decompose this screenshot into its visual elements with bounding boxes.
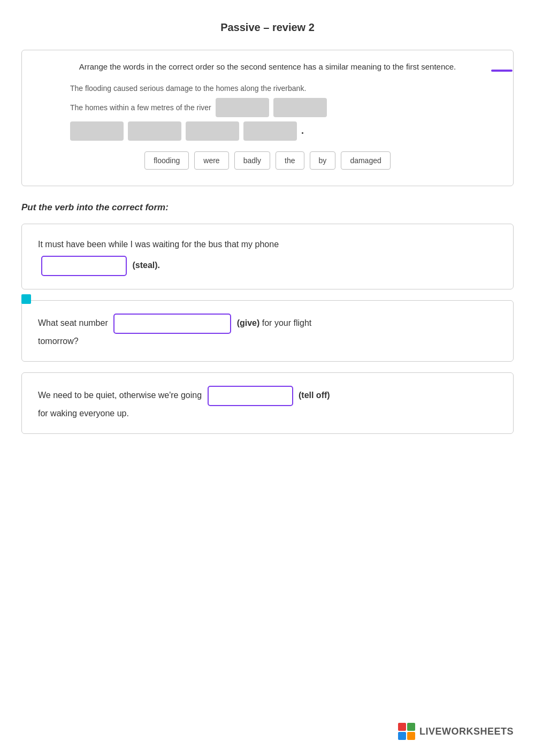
logo-cell-blue [398, 732, 406, 740]
answer-slot-2[interactable] [273, 98, 327, 117]
section1-box: Arrange the words in the correct order s… [21, 50, 514, 186]
exercise2-text-after: for your flight [262, 318, 311, 327]
accent-bar [491, 70, 513, 72]
cyan-indicator [21, 294, 31, 304]
answer-slot-1[interactable] [216, 98, 269, 117]
logo-grid [398, 723, 415, 740]
answer-slot-5[interactable] [186, 121, 239, 141]
logo-text: LIVEWORKSHEETS [419, 726, 514, 737]
logo-cell-red [398, 723, 406, 731]
exercise1-row2: (steal). [38, 256, 497, 276]
exercise3-hint: (tell off) [299, 391, 330, 400]
exercise-box-3: We need to be quiet, otherwise we're goi… [21, 372, 514, 434]
exercise2-text: What seat number (give) for your flight [38, 314, 497, 334]
exercise3-text: We need to be quiet, otherwise we're goi… [38, 386, 497, 406]
answer-slot-6[interactable] [243, 121, 297, 141]
word-chip-badly[interactable]: badly [234, 151, 270, 170]
logo-cell-green [407, 723, 415, 731]
word-chip-by[interactable]: by [310, 151, 336, 170]
word-chip-damaged[interactable]: damaged [341, 151, 390, 170]
exercise1-text-before: It must have been while I was waiting fo… [38, 240, 279, 249]
exercise3-row2: for waking everyone up. [38, 406, 497, 421]
exercise-box-2: What seat number (give) for your flight … [21, 300, 514, 362]
exercise3-text-after: for waking everyone up. [38, 409, 129, 418]
exercise2-tomorrow: tomorrow? [38, 337, 79, 346]
section1-instructions: Arrange the words in the correct order s… [38, 61, 497, 73]
logo-cell-orange [407, 732, 415, 740]
partial-sentence-text: The homes within a few metres of the riv… [70, 103, 211, 112]
exercise2-row2: tomorrow? [38, 334, 497, 348]
word-chip-flooding[interactable]: flooding [144, 151, 189, 170]
section2-label: Put the verb into the correct form: [21, 202, 514, 213]
answer-slot-3[interactable] [70, 121, 124, 141]
liveworksheets-logo: LIVEWORKSHEETS [398, 723, 514, 740]
answer-slot-4[interactable] [128, 121, 181, 141]
page-title: Passive – review 2 [0, 0, 535, 50]
exercise-text-1: It must have been while I was waiting fo… [38, 237, 497, 251]
exercise1-input[interactable] [41, 256, 127, 276]
exercise2-input[interactable] [113, 314, 231, 334]
word-chip-the[interactable]: the [276, 151, 304, 170]
sentence-area: The flooding caused serious damage to th… [70, 84, 465, 141]
answer-row-2: . [70, 121, 465, 141]
period: . [301, 125, 304, 136]
exercise2-text-before: What seat number [38, 318, 108, 327]
exercise-box-1: It must have been while I was waiting fo… [21, 224, 514, 289]
word-bank: flooding were badly the by damaged [38, 151, 497, 170]
exercise1-hint: (steal). [132, 261, 160, 270]
exercise3-input[interactable] [208, 386, 293, 406]
exercise3-text-before: We need to be quiet, otherwise we're goi… [38, 391, 202, 400]
exercise2-hint: (give) [237, 318, 260, 327]
example-sentence: The flooding caused serious damage to th… [70, 84, 465, 93]
word-chip-were[interactable]: were [194, 151, 228, 170]
answer-row-1: The homes within a few metres of the riv… [70, 98, 465, 117]
